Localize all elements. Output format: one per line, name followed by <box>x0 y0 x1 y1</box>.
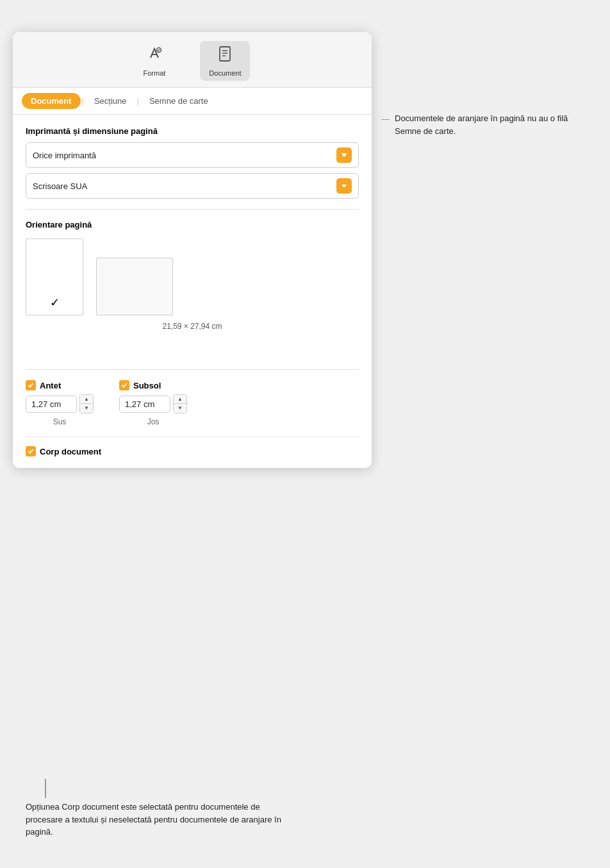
inspector-panel: Format Document Document | Secțiune | <box>13 32 372 468</box>
footer-spinner-row: ▲ ▼ <box>119 394 187 413</box>
corp-row: Corp document <box>26 437 359 456</box>
tab-document[interactable]: Document <box>22 93 81 109</box>
tab-sectiune[interactable]: Secțiune <box>85 93 136 109</box>
corp-checkbox[interactable] <box>26 446 36 456</box>
header-footer-section: Antet ▲ ▼ Sus <box>26 380 359 426</box>
header-sublabel: Sus <box>26 417 94 426</box>
tab-divider-1: | <box>81 96 85 106</box>
header-checkbox[interactable] <box>26 380 36 390</box>
portrait-option[interactable]: ✓ <box>26 238 83 315</box>
document-button[interactable]: Document <box>200 41 250 81</box>
tab-semne-de-carte[interactable]: Semne de carte <box>140 93 217 109</box>
header-spinner-arrows: ▲ ▼ <box>79 394 94 413</box>
format-icon <box>145 45 163 67</box>
printer-section: Imprimantă și dimensiune pagină Orice im… <box>26 126 359 199</box>
document-icon <box>216 45 234 67</box>
orientation-section: Orientare pagină ✓ 21,59 × 27,94 cm <box>26 220 359 331</box>
callout-bottom-bar <box>45 779 46 798</box>
footer-value-input[interactable] <box>119 396 170 413</box>
divider-1 <box>26 209 359 210</box>
portrait-page: ✓ <box>26 238 83 315</box>
printer-section-title: Imprimantă și dimensiune pagină <box>26 126 359 136</box>
svg-marker-5 <box>342 154 347 157</box>
portrait-checkmark: ✓ <box>50 296 60 310</box>
document-label: Document <box>209 69 241 77</box>
landscape-page <box>96 258 173 315</box>
callout-right: Documentele de aranjare în pagină nu au … <box>381 112 573 137</box>
divider-2 <box>26 369 359 370</box>
tab-divider-2: | <box>136 96 140 106</box>
printer-dropdown-arrow <box>336 147 352 163</box>
dimension-label: 21,59 × 27,94 cm <box>26 322 359 331</box>
callout-right-text: Documentele de aranjare în pagină nu au … <box>395 112 573 137</box>
paper-dropdown-row: Scrisoare SUA <box>26 173 359 199</box>
printer-dropdown[interactable]: Orice imprimantă <box>26 142 359 168</box>
svg-rect-1 <box>220 47 230 61</box>
paper-dropdown[interactable]: Scrisoare SUA <box>26 173 359 199</box>
footer-up-arrow[interactable]: ▲ <box>174 395 186 404</box>
outer-wrapper: Format Document Document | Secțiune | <box>13 13 597 868</box>
panel-body: Imprimantă și dimensiune pagină Orice im… <box>13 115 372 468</box>
header-checkbox-row: Antet <box>26 380 94 390</box>
landscape-option[interactable] <box>96 258 173 315</box>
footer-down-arrow[interactable]: ▼ <box>174 404 186 413</box>
footer-item: Subsol ▲ ▼ Jos <box>119 380 187 426</box>
orientation-options: ✓ <box>26 238 359 315</box>
header-spinner-row: ▲ ▼ <box>26 394 94 413</box>
paper-dropdown-arrow <box>336 178 352 194</box>
footer-checkbox-row: Subsol <box>119 380 187 390</box>
footer-sublabel: Jos <box>119 417 187 426</box>
toolbar: Format Document <box>13 32 372 88</box>
callout-bottom: Opțiunea Corp document este selectată pe… <box>26 779 282 839</box>
header-value-input[interactable] <box>26 396 77 413</box>
orientation-title: Orientare pagină <box>26 220 359 230</box>
printer-dropdown-row: Orice imprimantă <box>26 142 359 168</box>
header-down-arrow[interactable]: ▼ <box>80 404 93 413</box>
footer-spinner-arrows: ▲ ▼ <box>173 394 187 413</box>
footer-checkbox[interactable] <box>119 380 129 390</box>
svg-marker-6 <box>342 185 347 188</box>
header-up-arrow[interactable]: ▲ <box>80 395 93 404</box>
tabs-bar: Document | Secțiune | Semne de carte <box>13 88 372 115</box>
format-button[interactable]: Format <box>135 41 175 81</box>
paper-value: Scrisoare SUA <box>33 181 87 191</box>
corp-label: Corp document <box>40 447 101 456</box>
callout-bottom-text: Opțiunea Corp document este selectată pe… <box>26 802 281 837</box>
printer-value: Orice imprimantă <box>33 151 96 160</box>
format-label: Format <box>144 69 166 77</box>
header-label: Antet <box>40 381 61 390</box>
header-item: Antet ▲ ▼ Sus <box>26 380 94 426</box>
footer-label: Subsol <box>133 381 161 390</box>
